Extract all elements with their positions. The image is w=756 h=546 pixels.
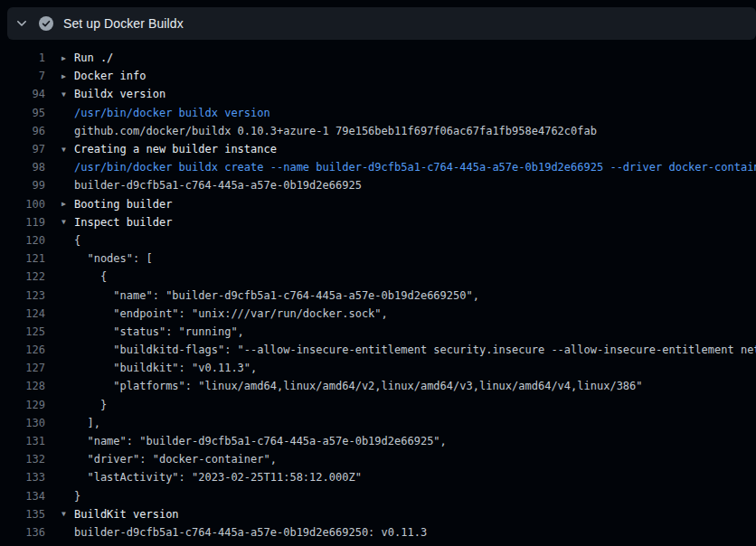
triangle-down-icon: ▼ [61, 146, 74, 154]
log-text: /usr/bin/docker buildx version [74, 107, 270, 119]
log-text: builder-d9cfb5a1-c764-445a-a57e-0b19d2e6… [74, 179, 362, 192]
log-text: } [74, 490, 80, 503]
log-text: Creating a new builder instance [74, 143, 277, 155]
line-number[interactable]: 131 [0, 435, 45, 447]
line-number[interactable]: 98 [0, 161, 45, 174]
log-text: "status": "running", [74, 325, 244, 338]
line-number[interactable]: 1 [0, 52, 45, 64]
log-text: ], [74, 417, 100, 429]
log-text: /usr/bin/docker buildx create --name bui… [74, 161, 756, 174]
line-number[interactable]: 95 [0, 107, 45, 119]
log-group-header[interactable]: 1 ▶ Run ./ [0, 49, 756, 67]
log-text: Inspect builder [74, 216, 172, 229]
log-line: 120 { [0, 231, 756, 249]
log-line: 132 "driver": "docker-container", [0, 450, 756, 468]
line-number[interactable]: 129 [0, 399, 45, 411]
check-circle-icon [39, 16, 53, 31]
log-line: 136 builder-d9cfb5a1-c764-445a-a57e-0b19… [0, 523, 756, 541]
line-number[interactable]: 125 [0, 325, 45, 338]
log-text: builder-d9cfb5a1-c764-445a-a57e-0b19d2e6… [74, 526, 427, 539]
log-text: } [74, 399, 107, 411]
line-number[interactable]: 134 [0, 490, 45, 503]
log-line: 122 { [0, 268, 756, 286]
log-text: "nodes": [ [74, 252, 153, 265]
log-line: 134 } [0, 487, 756, 505]
triangle-right-icon: ▶ [61, 54, 74, 62]
log-text: Run ./ [74, 52, 113, 64]
line-number[interactable]: 99 [0, 179, 45, 192]
step-title: Set up Docker Buildx [63, 16, 184, 31]
log-text: "platforms": "linux/amd64,linux/amd64/v2… [74, 380, 643, 392]
log-text: "name": "builder-d9cfb5a1-c764-445a-a57e… [74, 289, 479, 302]
line-number[interactable]: 7 [0, 70, 45, 82]
line-number[interactable]: 120 [0, 234, 45, 247]
line-number[interactable]: 133 [0, 471, 45, 484]
line-number[interactable]: 97 [0, 143, 45, 155]
log-line: 129 } [0, 396, 756, 414]
triangle-down-icon: ▼ [61, 90, 74, 99]
log-group-header[interactable]: 7 ▶ Docker info [0, 67, 756, 85]
log-text: github.com/docker/buildx 0.10.3+azure-1 … [74, 125, 597, 137]
log-line: 99 builder-d9cfb5a1-c764-445a-a57e-0b19d… [0, 176, 756, 194]
log-line: 96 github.com/docker/buildx 0.10.3+azure… [0, 122, 756, 140]
line-number[interactable]: 132 [0, 453, 45, 466]
log-text: Booting builder [74, 198, 172, 211]
log-text: "endpoint": "unix:///var/run/docker.sock… [74, 307, 388, 320]
line-number[interactable]: 135 [0, 508, 45, 521]
log-text: BuildKit version [74, 508, 179, 521]
log-line: 130 ], [0, 414, 756, 432]
log-text: Buildx version [74, 88, 165, 100]
line-number[interactable]: 124 [0, 307, 45, 320]
log-line: 123 "name": "builder-d9cfb5a1-c764-445a-… [0, 286, 756, 304]
log-line: 131 "name": "builder-d9cfb5a1-c764-445a-… [0, 432, 756, 450]
line-number[interactable]: 127 [0, 362, 45, 374]
line-number[interactable]: 126 [0, 344, 45, 356]
log-line: 128 "platforms": "linux/amd64,linux/amd6… [0, 377, 756, 395]
log-group-header[interactable]: 94 ▼ Buildx version [0, 85, 756, 103]
line-number[interactable]: 130 [0, 417, 45, 429]
line-number[interactable]: 121 [0, 252, 45, 265]
chevron-down-icon[interactable] [15, 17, 28, 30]
log-text: "driver": "docker-container", [74, 453, 277, 466]
step-header[interactable]: Set up Docker Buildx [7, 7, 756, 40]
log-group-header[interactable]: 100 ▶ Booting builder [0, 195, 756, 213]
log-line: 98 /usr/bin/docker buildx create --name … [0, 158, 756, 176]
log-group-header[interactable]: 135 ▼ BuildKit version [0, 505, 756, 523]
line-number[interactable]: 123 [0, 289, 45, 302]
log-group-header[interactable]: 119 ▼ Inspect builder [0, 213, 756, 231]
log-line: 127 "buildkit": "v0.11.3", [0, 359, 756, 377]
log-text: "buildkitd-flags": "--allow-insecure-ent… [74, 344, 756, 356]
log-text: "lastActivity": "2023-02-25T11:58:12.000… [74, 471, 362, 484]
log-text: { [74, 270, 107, 283]
triangle-right-icon: ▶ [61, 72, 74, 80]
log-text: "name": "builder-d9cfb5a1-c764-445a-a57e… [74, 435, 447, 447]
log-text: Docker info [74, 70, 146, 82]
line-number[interactable]: 94 [0, 88, 45, 100]
log-line: 124 "endpoint": "unix:///var/run/docker.… [0, 305, 756, 323]
triangle-down-icon: ▼ [61, 218, 74, 226]
log-text: { [74, 234, 80, 247]
log-viewer: 1 ▶ Run ./ 7 ▶ Docker info 94 ▼ Buildx v… [0, 40, 756, 541]
log-line: 126 "buildkitd-flags": "--allow-insecure… [0, 341, 756, 359]
log-line: 95 /usr/bin/docker buildx version [0, 104, 756, 122]
line-number[interactable]: 128 [0, 380, 45, 392]
log-text: "buildkit": "v0.11.3", [74, 362, 257, 374]
log-line: 121 "nodes": [ [0, 249, 756, 268]
triangle-down-icon: ▼ [61, 510, 74, 518]
line-number[interactable]: 136 [0, 526, 45, 539]
triangle-right-icon: ▶ [61, 200, 74, 208]
log-line: 133 "lastActivity": "2023-02-25T11:58:12… [0, 468, 756, 486]
line-number[interactable]: 119 [0, 216, 45, 229]
line-number[interactable]: 122 [0, 270, 45, 283]
line-number[interactable]: 100 [0, 198, 45, 211]
log-line: 125 "status": "running", [0, 323, 756, 341]
line-number[interactable]: 96 [0, 125, 45, 137]
log-group-header[interactable]: 97 ▼ Creating a new builder instance [0, 140, 756, 158]
